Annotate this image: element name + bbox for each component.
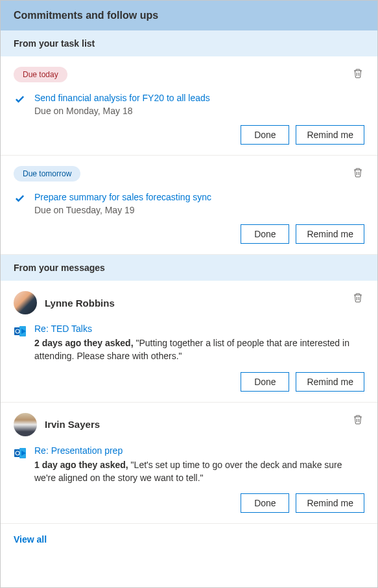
task-item: Due today Send financial analysis for FY…	[1, 56, 377, 156]
avatar	[14, 413, 37, 436]
avatar	[14, 291, 37, 314]
message-subject-link[interactable]: Re: TED Talks	[34, 323, 364, 334]
message-actions: Done Remind me	[14, 493, 364, 513]
sender-name: Lynne Robbins	[45, 298, 115, 309]
message-time-prefix: 2 days ago they asked,	[34, 338, 134, 348]
message-body: 2 days ago they asked, "Putting together…	[34, 336, 364, 363]
task-item: Due tomorrow Prepare summary for sales f…	[1, 156, 377, 255]
due-badge-today: Due today	[14, 67, 67, 82]
checkmark-icon	[14, 94, 27, 110]
trash-icon	[353, 295, 363, 305]
remind-me-button[interactable]: Remind me	[296, 125, 364, 145]
task-title-link[interactable]: Send financial analysis for FY20 to all …	[34, 93, 364, 103]
panel-title: Commitments and follow ups	[1, 1, 377, 30]
remind-me-button[interactable]: Remind me	[296, 224, 364, 244]
remind-me-button[interactable]: Remind me	[296, 493, 364, 513]
message-item: Irvin Sayers Re: Presentation prep 1 day…	[1, 403, 377, 524]
message-body: 1 day ago they asked, "Let's set up time…	[34, 458, 364, 485]
trash-icon	[353, 170, 363, 180]
checkmark-icon	[14, 193, 27, 209]
message-item: Lynne Robbins Re: TED Talks 2 days ago t…	[1, 281, 377, 403]
task-due-text: Due on Tuesday, May 19	[34, 205, 364, 215]
delete-button[interactable]	[351, 166, 364, 181]
tasks-section-header: From your task list	[1, 30, 377, 56]
done-button[interactable]: Done	[241, 372, 289, 392]
done-button[interactable]: Done	[241, 224, 289, 244]
task-actions: Done Remind me	[14, 125, 364, 145]
message-content: Re: TED Talks 2 days ago they asked, "Pu…	[34, 323, 364, 363]
due-badge-tomorrow: Due tomorrow	[14, 166, 80, 182]
commitments-panel: Commitments and follow ups From your tas…	[0, 0, 378, 588]
delete-button[interactable]	[351, 291, 364, 306]
message-row: Re: Presentation prep 1 day ago they ask…	[14, 445, 364, 485]
outlook-icon	[14, 447, 27, 462]
sender-name: Irvin Sayers	[45, 419, 100, 430]
view-all-link[interactable]: View all	[1, 524, 377, 555]
outlook-icon	[14, 325, 27, 340]
sender-row: Irvin Sayers	[14, 413, 364, 436]
delete-button[interactable]	[351, 67, 364, 82]
task-content: Prepare summary for sales forecasting sy…	[34, 192, 364, 215]
delete-button[interactable]	[351, 413, 364, 428]
trash-icon	[353, 417, 363, 427]
message-subject-link[interactable]: Re: Presentation prep	[34, 445, 364, 456]
message-row: Re: TED Talks 2 days ago they asked, "Pu…	[14, 323, 364, 363]
task-actions: Done Remind me	[14, 224, 364, 244]
done-button[interactable]: Done	[241, 493, 289, 513]
message-time-prefix: 1 day ago they asked,	[34, 460, 128, 470]
done-button[interactable]: Done	[241, 125, 289, 145]
message-content: Re: Presentation prep 1 day ago they ask…	[34, 445, 364, 485]
task-title-link[interactable]: Prepare summary for sales forecasting sy…	[34, 192, 364, 202]
message-actions: Done Remind me	[14, 372, 364, 392]
messages-section-header: From your messages	[1, 255, 377, 281]
task-row: Prepare summary for sales forecasting sy…	[14, 192, 364, 215]
task-row: Send financial analysis for FY20 to all …	[14, 93, 364, 116]
task-due-text: Due on Monday, May 18	[34, 106, 364, 116]
trash-icon	[353, 71, 363, 80]
task-content: Send financial analysis for FY20 to all …	[34, 93, 364, 116]
remind-me-button[interactable]: Remind me	[296, 372, 364, 392]
sender-row: Lynne Robbins	[14, 291, 364, 314]
